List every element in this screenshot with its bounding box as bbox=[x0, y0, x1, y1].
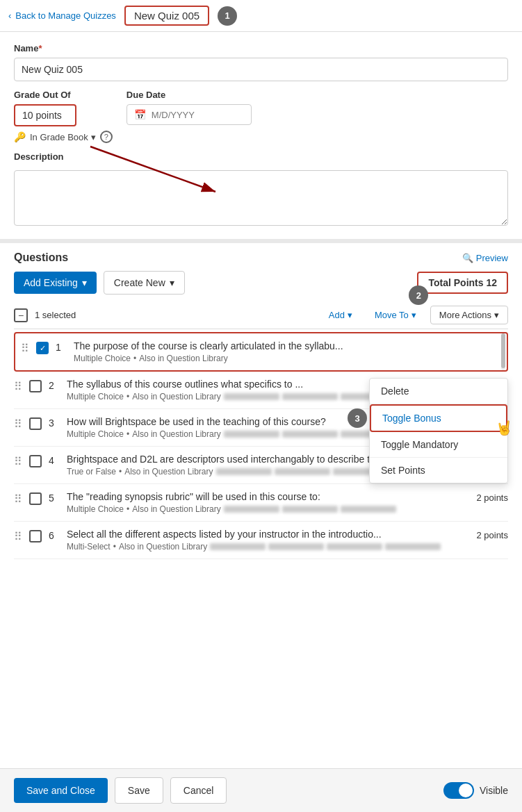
drag-handle-icon[interactable]: ⠿ bbox=[14, 454, 22, 468]
more-actions-label: More Actions bbox=[439, 310, 491, 320]
question-meta: Multiple Choice • Also in Question Libra… bbox=[74, 354, 501, 363]
question-checkbox[interactable] bbox=[29, 380, 42, 392]
add-existing-label: Add Existing bbox=[24, 277, 78, 288]
back-arrow-icon: ‹ bbox=[8, 10, 11, 21]
question-number: 6 bbox=[49, 529, 60, 541]
question-type: True or False bbox=[67, 467, 116, 477]
question-content: The purpose of the course is clearly art… bbox=[74, 340, 501, 363]
question-checkbox[interactable] bbox=[29, 455, 42, 467]
drag-handle-icon[interactable]: ⠿ bbox=[14, 379, 22, 393]
blurred-text bbox=[224, 393, 279, 400]
add-action-button[interactable]: Add ▾ bbox=[320, 306, 361, 324]
due-date-input[interactable] bbox=[152, 110, 244, 120]
blurred-text bbox=[282, 431, 338, 438]
create-new-chevron: ▾ bbox=[170, 277, 174, 288]
header: ‹ Back to Manage Quizzes New Quiz 005 1 bbox=[0, 0, 522, 32]
blurred-text bbox=[327, 543, 382, 550]
step-3-badge: 3 bbox=[348, 408, 367, 428]
description-textarea[interactable] bbox=[14, 170, 508, 226]
add-label: Add bbox=[329, 310, 345, 320]
toggle-mandatory-label: Toggle Mandatory bbox=[381, 439, 458, 450]
cancel-button[interactable]: Cancel bbox=[170, 777, 227, 804]
selected-count: 1 selected bbox=[35, 310, 76, 320]
add-existing-button[interactable]: Add Existing ▾ bbox=[14, 272, 97, 294]
blurred-text bbox=[268, 543, 324, 550]
question-number: 3 bbox=[49, 416, 60, 429]
back-to-quizzes-link[interactable]: ‹ Back to Manage Quizzes bbox=[8, 10, 116, 21]
footer: Save and Close Save Cancel Visible bbox=[0, 768, 522, 812]
selection-bar: − 1 selected Add ▾ Move To ▾ More Action… bbox=[14, 301, 508, 329]
create-new-button[interactable]: Create New ▾ bbox=[104, 271, 185, 295]
question-content: The "reading synopsis rubric" will be us… bbox=[67, 491, 469, 514]
move-to-button[interactable]: Move To ▾ bbox=[366, 306, 425, 324]
dropdown-item-set-points[interactable]: Set Points bbox=[370, 458, 507, 483]
table-row: ⠿ 1 The purpose of the course is clearly… bbox=[14, 332, 508, 372]
table-row: ⠿ 6 Select all the different aspects lis… bbox=[14, 522, 508, 559]
visible-label: Visible bbox=[480, 785, 508, 796]
move-to-chevron-icon: ▾ bbox=[411, 310, 416, 320]
due-date-input-wrap: 📅 bbox=[127, 104, 252, 125]
quiz-title-badge: New Quiz 005 bbox=[124, 6, 209, 26]
blurred-text bbox=[224, 431, 279, 438]
description-label: Description bbox=[14, 151, 508, 162]
cursor-hand-icon: 🤘 bbox=[496, 420, 513, 436]
due-date-label: Due Date bbox=[127, 90, 508, 100]
blurred-text bbox=[385, 543, 441, 550]
back-link-label: Back to Manage Quizzes bbox=[15, 10, 116, 21]
dropdown-item-toggle-bonus[interactable]: 3 Toggle Bonus 🤘 bbox=[370, 404, 507, 432]
question-library: Also in Question Library bbox=[139, 354, 227, 363]
question-meta: Multi-Select • Also in Question Library bbox=[67, 542, 469, 552]
blurred-text bbox=[282, 506, 338, 513]
preview-link[interactable]: 🔍 Preview bbox=[462, 253, 508, 263]
name-input[interactable] bbox=[14, 58, 508, 81]
drag-handle-icon[interactable]: ⠿ bbox=[14, 491, 22, 506]
grade-input[interactable] bbox=[14, 104, 76, 126]
help-icon[interactable]: ? bbox=[100, 131, 113, 143]
drag-handle-icon[interactable]: ⠿ bbox=[21, 340, 29, 355]
save-button[interactable]: Save bbox=[115, 777, 163, 804]
name-label: Name* bbox=[14, 43, 508, 53]
question-checkbox[interactable] bbox=[29, 417, 42, 430]
question-checkbox[interactable] bbox=[29, 492, 42, 505]
question-number: 1 bbox=[56, 340, 67, 353]
chevron-down-icon: ▾ bbox=[91, 132, 96, 142]
deselect-all-button[interactable]: − bbox=[14, 308, 28, 322]
visible-toggle-group: Visible bbox=[443, 782, 508, 799]
question-meta: Multiple Choice • Also in Question Libra… bbox=[67, 504, 469, 514]
blurred-text bbox=[341, 506, 396, 513]
save-and-close-button[interactable]: Save and Close bbox=[14, 778, 108, 803]
key-icon: 🔑 bbox=[14, 131, 26, 142]
scrollbar-track bbox=[501, 333, 505, 370]
table-row: ⠿ 5 The "reading synopsis rubric" will b… bbox=[14, 484, 508, 522]
add-existing-chevron: ▾ bbox=[82, 277, 87, 288]
grade-label: Grade Out Of bbox=[14, 90, 113, 100]
blurred-text bbox=[210, 543, 266, 550]
more-actions-button[interactable]: More Actions ▾ bbox=[430, 306, 508, 324]
question-type: Multiple Choice bbox=[67, 392, 124, 401]
blurred-text bbox=[275, 468, 330, 475]
move-to-label: Move To bbox=[375, 310, 409, 320]
question-checkbox[interactable] bbox=[29, 530, 42, 542]
create-new-label: Create New bbox=[114, 277, 165, 288]
drag-handle-icon[interactable]: ⠿ bbox=[14, 416, 22, 431]
grade-book-button[interactable]: In Grade Book ▾ bbox=[30, 132, 96, 142]
form-area: Name* Grade Out Of 🔑 In Grade Book ▾ ? D… bbox=[0, 32, 522, 243]
question-text: The "reading synopsis rubric" will be us… bbox=[67, 491, 469, 502]
question-library: Also in Question Library bbox=[132, 504, 220, 514]
drag-handle-icon[interactable]: ⠿ bbox=[14, 529, 22, 543]
question-library: Also in Question Library bbox=[132, 392, 220, 401]
question-checkbox[interactable] bbox=[36, 342, 49, 354]
grade-book-label: In Grade Book bbox=[30, 132, 88, 142]
step-1-badge: 1 bbox=[218, 6, 237, 26]
visible-toggle-switch[interactable] bbox=[443, 782, 474, 799]
dropdown-item-delete[interactable]: Delete bbox=[370, 379, 507, 404]
question-type: Multiple Choice bbox=[67, 504, 124, 514]
total-points-badge: Total Points 12 2 bbox=[417, 272, 508, 294]
set-points-label: Set Points bbox=[381, 465, 425, 476]
preview-icon: 🔍 bbox=[462, 253, 473, 263]
question-library: Also in Question Library bbox=[132, 429, 220, 439]
blurred-text bbox=[216, 468, 272, 475]
more-actions-dropdown: Delete 3 Toggle Bonus 🤘 Toggle Mandatory… bbox=[369, 378, 508, 483]
dropdown-item-toggle-mandatory[interactable]: Toggle Mandatory bbox=[370, 432, 507, 458]
question-type: Multi-Select bbox=[67, 542, 111, 552]
